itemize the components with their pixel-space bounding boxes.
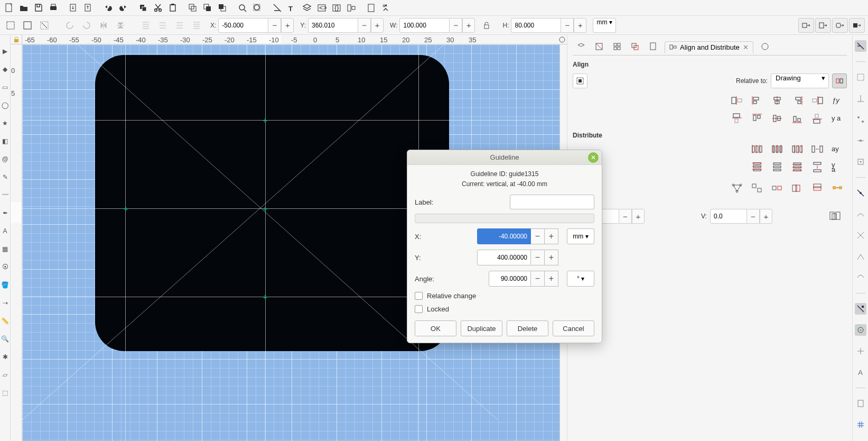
snap-bbox-icon[interactable]	[855, 71, 866, 83]
align-right-out-icon[interactable]	[810, 94, 825, 107]
flip-v-icon[interactable]	[113, 18, 128, 33]
snap-object-center-icon[interactable]	[855, 324, 866, 336]
horizontal-ruler[interactable]: -65-60-55-50-45-40-35-30-25-20-15-10-505…	[22, 35, 557, 44]
cms-icon[interactable]	[557, 35, 567, 44]
cancel-button[interactable]: Cancel	[553, 320, 594, 336]
xml-icon[interactable]: <>	[315, 1, 329, 15]
lock-ratio-icon[interactable]	[479, 18, 494, 33]
color-bar[interactable]	[415, 214, 594, 223]
y-input[interactable]	[308, 18, 358, 33]
desel-icon[interactable]	[37, 18, 52, 33]
dist-vgap-icon[interactable]	[810, 160, 825, 174]
zoom-tool-icon[interactable]: 🔍	[1, 332, 10, 346]
duplicate-button[interactable]: Duplicate	[461, 320, 502, 336]
exchange-icon[interactable]	[830, 181, 845, 195]
dlg-x-unit-select[interactable]: mm ▾	[567, 228, 594, 244]
snap-enable-icon[interactable]	[855, 40, 866, 52]
align-hcenter-icon[interactable]	[770, 94, 785, 107]
align-left-out-icon[interactable]	[730, 94, 744, 107]
dlg-angle-unit-select[interactable]: ° ▾	[567, 271, 594, 287]
measure-tool-icon[interactable]: 📏	[1, 314, 10, 328]
ruler-lock-icon[interactable]	[11, 35, 22, 44]
h-input[interactable]	[511, 18, 561, 33]
paint-tool-icon[interactable]: 🪣	[1, 278, 10, 292]
align-top-out-icon[interactable]	[730, 112, 744, 125]
flip-h-icon[interactable]	[96, 18, 111, 33]
align-right-icon[interactable]	[790, 94, 805, 107]
snap-edge-icon[interactable]	[855, 93, 866, 104]
snap-cusp-icon[interactable]	[855, 251, 866, 262]
align-top-icon[interactable]	[750, 112, 764, 125]
bezier-tool-icon[interactable]: 〰	[1, 188, 10, 202]
dlg-y-input[interactable]	[477, 250, 531, 265]
panel-icon-1[interactable]	[575, 40, 587, 53]
dlg-angle-input[interactable]	[489, 271, 531, 287]
snap-smooth-icon[interactable]	[855, 272, 866, 283]
lpe-tool-icon[interactable]: ⬚	[1, 386, 10, 400]
dlg-y-inc-button[interactable]: +	[545, 250, 558, 265]
align-bottom-icon[interactable]	[790, 112, 805, 125]
dist-right-icon[interactable]	[790, 142, 805, 156]
cut-icon[interactable]	[151, 1, 165, 15]
clone-icon[interactable]	[186, 1, 200, 15]
align-left-icon[interactable]	[750, 94, 764, 107]
align-as-group-button[interactable]	[832, 74, 847, 88]
align-icon[interactable]	[344, 1, 358, 15]
eraser-tool-icon[interactable]: ▱	[1, 368, 10, 382]
snap-other-icon[interactable]	[855, 303, 866, 315]
save-icon[interactable]	[32, 1, 45, 15]
panel-icon-2[interactable]	[593, 40, 605, 53]
dist-hcenter-icon[interactable]	[770, 142, 785, 156]
3d-tool-icon[interactable]: ◧	[1, 134, 10, 148]
open-icon[interactable]	[17, 1, 31, 15]
unlink-clone-icon[interactable]	[201, 1, 214, 15]
dialog-close-icon[interactable]: ✕	[588, 152, 599, 163]
affect-pattern-icon[interactable]	[849, 18, 865, 33]
h-dec-button[interactable]: −	[561, 18, 574, 33]
doc-props-icon[interactable]	[365, 1, 378, 15]
dist-hgap-icon[interactable]	[810, 142, 825, 156]
h-inc-button[interactable]: +	[574, 18, 586, 33]
panel-icon-6[interactable]	[759, 40, 771, 53]
zoom-draw-icon[interactable]	[250, 1, 264, 15]
align-bottom-out-icon[interactable]	[810, 112, 825, 125]
pencil-tool-icon[interactable]: ✎	[1, 170, 10, 184]
layers-icon[interactable]	[300, 1, 314, 15]
dropper-tool-icon[interactable]: ⦿	[1, 260, 10, 274]
star-tool-icon[interactable]: ★	[1, 116, 10, 130]
panel-icon-3[interactable]	[611, 40, 623, 53]
snap-text-icon[interactable]: A	[855, 366, 866, 378]
guide-vertical[interactable]	[125, 44, 126, 441]
randomize-icon[interactable]	[750, 181, 764, 195]
circle-tool-icon[interactable]: ◯	[1, 98, 10, 112]
dlg-x-dec-button[interactable]: −	[531, 228, 545, 244]
stamp-icon[interactable]	[216, 1, 229, 15]
remove-overlap-v-icon[interactable]	[810, 181, 825, 195]
dist-vcenter-icon[interactable]	[770, 160, 785, 174]
node-tool-icon[interactable]: ◆	[1, 62, 10, 76]
w-dec-button[interactable]: −	[450, 18, 462, 33]
oh-inc-button[interactable]: +	[632, 209, 645, 224]
remove-overlap-h-icon[interactable]	[790, 181, 805, 195]
tab-align-distribute[interactable]: Align and Distribute ✕	[665, 41, 753, 53]
x-dec-button[interactable]: −	[268, 18, 281, 33]
w-inc-button[interactable]: +	[462, 18, 475, 33]
affect-corner-icon[interactable]	[832, 18, 848, 33]
undo-icon[interactable]	[101, 1, 115, 15]
ok-button[interactable]: OK	[415, 320, 456, 336]
dlg-a-inc-button[interactable]: +	[545, 271, 558, 287]
x-inc-button[interactable]: +	[281, 18, 294, 33]
guide-horizontal[interactable]	[22, 120, 567, 121]
snap-rotation-icon[interactable]	[855, 345, 866, 357]
prefs-icon[interactable]	[379, 1, 393, 15]
rounded-rect-object[interactable]	[95, 55, 449, 351]
graph-connect-icon[interactable]	[730, 181, 744, 195]
import-icon[interactable]	[67, 1, 80, 15]
snap-path-icon[interactable]	[855, 208, 866, 220]
new-doc-icon[interactable]	[2, 1, 16, 15]
snap-page-icon[interactable]	[855, 398, 866, 409]
vertical-ruler[interactable]: 0 5	[11, 44, 22, 441]
snap-intersect-icon[interactable]	[855, 229, 866, 241]
selectors-icon[interactable]: {}	[330, 1, 343, 15]
dlg-x-input[interactable]	[477, 228, 531, 244]
